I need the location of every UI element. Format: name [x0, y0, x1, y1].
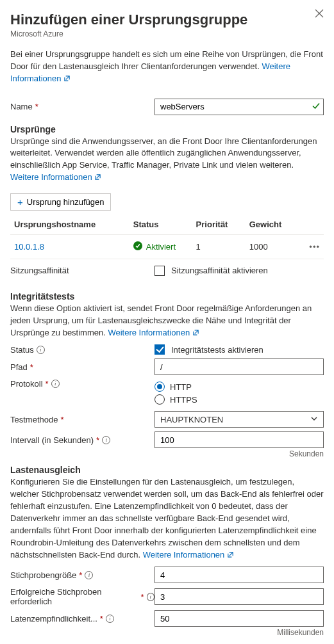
origin-weight: 1000: [246, 234, 299, 259]
latency-sensitivity-input[interactable]: [154, 610, 324, 627]
protocol-label: Protokoll * i: [10, 379, 154, 389]
probe-method-label: Testmethode *: [10, 415, 154, 424]
col-priority: Priorität: [192, 214, 246, 235]
health-probes-heading: Integritätstests: [10, 291, 324, 302]
table-row: 10.0.1.8 Aktiviert 1 1000 •••: [10, 234, 324, 259]
name-input[interactable]: [154, 99, 324, 115]
probe-method-select[interactable]: HAUPTKNOTEN: [154, 411, 324, 428]
protocol-https-radio[interactable]: [154, 394, 165, 405]
info-icon[interactable]: i: [102, 436, 110, 444]
protocol-https-label: HTTPS: [170, 395, 197, 405]
info-icon[interactable]: i: [51, 380, 60, 388]
info-icon[interactable]: i: [37, 346, 45, 354]
interval-unit: Sekunden: [10, 449, 324, 458]
page-subtitle: Microsoft Azure: [10, 29, 247, 38]
session-affinity-label: Sitzungsaffinität: [10, 266, 154, 275]
session-affinity-checkbox[interactable]: [154, 266, 165, 276]
protocol-http-radio[interactable]: [154, 382, 165, 392]
checkmark-icon: [312, 102, 320, 111]
origin-host-link[interactable]: 10.0.1.8: [14, 242, 44, 252]
external-link-icon: [192, 328, 199, 340]
origin-status-text: Aktiviert: [146, 242, 176, 252]
load-balancing-learn-more-link[interactable]: Weitere Informationen: [143, 550, 234, 559]
chevron-down-icon: [310, 415, 318, 424]
external-link-icon: [227, 550, 234, 562]
intro-text: Bei einer Ursprungsgruppe handelt es sic…: [10, 49, 324, 86]
row-actions-menu[interactable]: •••: [299, 234, 324, 259]
load-balancing-description: Konfigurieren Sie die Einstellungen für …: [10, 476, 324, 561]
external-link-icon: [94, 172, 101, 184]
successful-samples-label: Erfolgreiche Stichproben erforderlich * …: [10, 587, 154, 606]
name-label: Name*: [10, 102, 154, 111]
status-active-icon: [133, 241, 142, 252]
sample-size-label: Stichprobengröße* i: [10, 570, 154, 580]
protocol-http-label: HTTP: [170, 382, 192, 392]
info-icon[interactable]: i: [106, 615, 114, 623]
probe-status-label: Status i: [10, 345, 154, 355]
add-origin-button[interactable]: + Ursprung hinzufügen: [10, 193, 111, 211]
origins-learn-more-link[interactable]: Weitere Informationen: [10, 172, 101, 182]
load-balancing-heading: Lastenausgleich: [10, 465, 324, 475]
info-icon[interactable]: i: [147, 593, 154, 601]
latency-sensitivity-label: Latenzempfindlichkeit... * i: [10, 614, 154, 624]
col-weight: Gewicht: [246, 214, 299, 235]
health-probes-description: Wenn diese Option aktiviert ist, sendet …: [10, 303, 324, 340]
external-link-icon: [63, 74, 71, 86]
probe-path-label: Pfad *: [10, 362, 154, 372]
close-icon[interactable]: [315, 6, 324, 22]
col-status: Status: [129, 214, 192, 235]
sample-size-input[interactable]: [154, 567, 324, 583]
probe-status-checkbox-label: Integritätstests aktivieren: [171, 345, 263, 355]
origins-heading: Ursprünge: [10, 124, 324, 134]
successful-samples-input[interactable]: [154, 588, 324, 605]
latency-unit: Millisekunden: [10, 628, 324, 637]
origin-priority: 1: [192, 234, 246, 259]
origins-table: Ursprungshostname Status Priorität Gewic…: [10, 214, 324, 259]
origins-description: Ursprünge sind die Anwendungsserver, an …: [10, 136, 324, 184]
health-probes-learn-more-link[interactable]: Weitere Informationen: [108, 328, 199, 337]
info-icon[interactable]: i: [85, 571, 93, 579]
probe-status-checkbox[interactable]: [154, 344, 165, 355]
session-affinity-checkbox-label: Sitzungsaffinität aktivieren: [171, 266, 268, 275]
probe-path-input[interactable]: [154, 358, 324, 375]
interval-label: Intervall (in Sekunden) * i: [10, 435, 154, 445]
plus-icon: +: [17, 197, 23, 207]
interval-input[interactable]: [154, 431, 324, 448]
col-hostname: Ursprungshostname: [10, 214, 129, 235]
page-title: Hinzufügen einer Ursprungsgruppe: [10, 12, 247, 28]
